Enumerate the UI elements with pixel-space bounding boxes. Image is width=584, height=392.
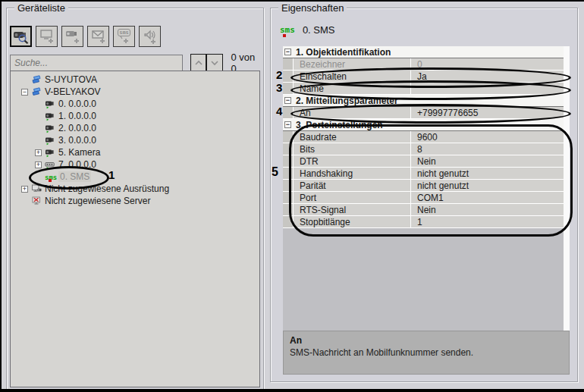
row-baudrate[interactable]: Baudrate 9600 [283, 131, 564, 143]
collapse-expander[interactable]: − [21, 89, 28, 96]
section-label: 2. Mitteilungsparameter [296, 96, 398, 106]
camera-icon [45, 135, 55, 146]
property-value[interactable]: 8 [411, 143, 564, 155]
monitor-add-icon [39, 28, 55, 45]
expand-expander[interactable]: + [21, 186, 28, 193]
tree-item-kamera-5[interactable]: + 5. Kamera [11, 146, 259, 158]
camera-icon [45, 123, 55, 133]
computer-icon [31, 74, 42, 85]
property-value[interactable]: Ja [411, 71, 564, 82]
row-einschalten[interactable]: Einschalten Ja [283, 71, 564, 83]
add-sms-button[interactable]: sms [113, 26, 135, 47]
property-label: Bits [294, 143, 411, 155]
add-monitor-button[interactable] [36, 26, 58, 47]
camera-icon [45, 147, 55, 158]
grid-right-gutter [564, 46, 570, 331]
app-window: Geräteliste [0, 0, 584, 392]
row-name[interactable]: Name [283, 83, 564, 95]
device-toolbar: sms [10, 26, 161, 47]
row-port[interactable]: Port COM1 [283, 192, 564, 204]
section-objektidentifikation[interactable]: − 1. Objektidentifikation [283, 46, 564, 58]
device-tree: S-UYUTOVA − V-BELYAKOV [10, 71, 260, 387]
expand-expander[interactable]: + [35, 162, 42, 168]
tree-item-s-uyutova[interactable]: S-UYUTOVA [11, 74, 259, 86]
tree-item-device-7[interactable]: + 7. 0.0.0.0 [11, 158, 259, 171]
property-label: An [294, 107, 411, 118]
property-value[interactable]: 9600 [411, 131, 564, 143]
properties-title: Eigenschaften [278, 2, 347, 14]
tree-item-label: V-BELYAKOV [45, 86, 101, 97]
search-next-button[interactable] [206, 54, 223, 72]
properties-panel: Eigenschaften sms 0. SMS − 1. Objektiden… [270, 8, 578, 382]
row-dtr[interactable]: DTR Nein [283, 155, 564, 168]
section-porteinstellungen[interactable]: − 3. Porteinstellungen [283, 119, 564, 131]
add-speaker-button[interactable] [139, 26, 161, 47]
tree-item-v-belyakov[interactable]: − V-BELYAKOV [11, 86, 259, 98]
collapse-expander[interactable]: − [284, 121, 291, 128]
property-label: Bezeichner [294, 58, 411, 70]
property-value[interactable]: 1 [411, 216, 564, 227]
find-camera-button[interactable] [10, 26, 32, 47]
sms-icon: sms [45, 171, 55, 182]
equipment-icon [31, 183, 42, 194]
expand-expander[interactable]: + [35, 149, 42, 156]
camera-search-icon [12, 28, 30, 45]
property-label: Baudrate [294, 131, 411, 143]
camera-add-icon [64, 28, 81, 45]
serial-device-icon [45, 159, 55, 170]
tree-item-unassigned-equipment[interactable]: + Nicht zugewiesene Ausrüstung [11, 183, 259, 195]
status-red-dot [283, 34, 286, 37]
collapse-expander[interactable]: − [284, 97, 291, 104]
property-value[interactable]: +79997776655 [411, 107, 564, 118]
property-label: DTR [294, 155, 411, 167]
property-value[interactable]: nicht genutzt [411, 180, 564, 191]
property-value[interactable]: Nein [411, 155, 564, 167]
camera-icon [45, 99, 55, 109]
tree-item-camera-0[interactable]: 0. 0.0.0.0 [11, 98, 259, 110]
row-rts-signal[interactable]: RTS-Signal Nein [283, 204, 564, 216]
tree-item-unassigned-servers[interactable]: Nicht zugewiesene Server [11, 195, 259, 207]
property-grid: − 1. Objektidentifikation Bezeichner 0 E… [283, 46, 570, 331]
selected-object-header: sms 0. SMS [280, 24, 335, 36]
mail-add-icon [90, 28, 107, 45]
property-value[interactable]: Nein [411, 204, 564, 215]
tree-item-label: Nicht zugewiesene Server [45, 196, 150, 206]
row-paritaet[interactable]: Parität nicht genutzt [283, 180, 564, 192]
property-value[interactable]: nicht genutzt [411, 168, 564, 179]
tree-item-label: 0. SMS [58, 171, 91, 182]
property-value: 0 [411, 58, 564, 70]
row-stopbitlaenge[interactable]: Stopbitlänge 1 [283, 216, 564, 228]
section-mitteilungsparameter[interactable]: − 2. Mitteilungsparameter [283, 95, 564, 107]
description-title: An [290, 335, 563, 346]
device-list-title: Geräteliste [14, 2, 68, 14]
speaker-add-icon [142, 28, 159, 45]
property-value[interactable] [411, 83, 564, 94]
row-an[interactable]: An +79997776655 [283, 107, 564, 119]
collapse-expander[interactable]: − [284, 49, 291, 55]
tree-item-label: 7. 0.0.0.0 [58, 159, 96, 170]
property-label: Parität [294, 180, 411, 191]
search-input[interactable] [10, 55, 183, 71]
row-handshaking[interactable]: Handshaking nicht genutzt [283, 168, 564, 180]
property-label: Port [294, 192, 411, 203]
selected-object-name: 0. SMS [303, 24, 335, 36]
add-mail-button[interactable] [87, 26, 109, 47]
tree-item-camera-3[interactable]: 3. 0.0.0.0 [11, 134, 259, 146]
tree-item-sms[interactable]: sms 0. SMS [11, 171, 259, 183]
tree-item-camera-2[interactable]: 2. 0.0.0.0 [11, 122, 259, 134]
tree-item-label: 2. 0.0.0.0 [58, 123, 96, 133]
tree-item-label: 0. 0.0.0.0 [58, 99, 96, 109]
property-description: An SMS-Nachricht an Mobilfunknummer send… [283, 331, 570, 375]
sms-add-icon: sms [116, 29, 133, 45]
tree-item-label: 5. Kamera [58, 147, 100, 158]
property-label: RTS-Signal [294, 204, 411, 215]
tree-item-label: 1. 0.0.0.0 [58, 111, 96, 121]
tree-item-camera-1[interactable]: 1. 0.0.0.0 [11, 110, 259, 122]
row-bits[interactable]: Bits 8 [283, 143, 564, 155]
chevron-up-icon [195, 60, 203, 66]
property-label: Name [294, 83, 411, 94]
section-label: 1. Objektidentifikation [296, 47, 391, 58]
search-prev-button[interactable] [190, 54, 207, 72]
property-value[interactable]: COM1 [411, 192, 564, 203]
add-camera-button[interactable] [61, 26, 83, 47]
